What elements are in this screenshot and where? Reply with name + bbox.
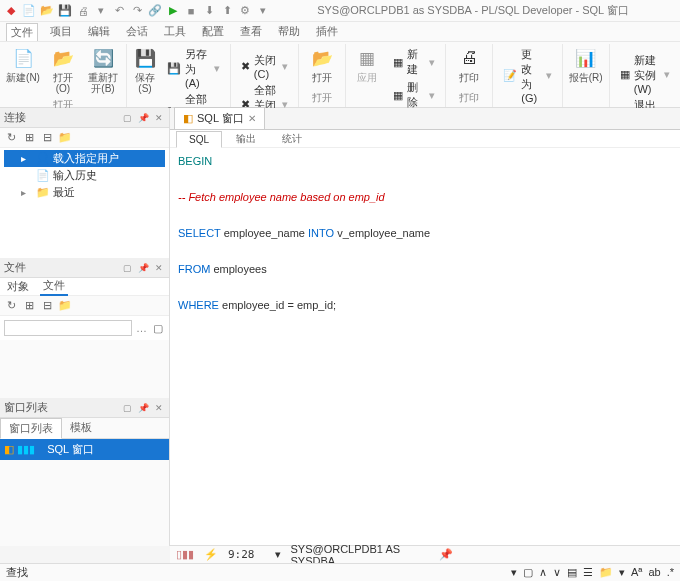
save-small-0[interactable]: 💾另存为(A) ▾ [165, 46, 222, 90]
redo-icon[interactable]: ↷ [130, 4, 144, 18]
app-icon: ◆ [4, 4, 18, 18]
group-open: 📄新建(N)📂打开(O)🔄重新打开(B) 打开 [0, 44, 127, 107]
status-bar: ▯▮▮ ⚡ 9:28 ▾ SYS@ORCLPDB1 AS SYSDBA 📌 [170, 545, 680, 563]
conn-indicator-icon: ▾ [275, 548, 281, 561]
refresh-icon[interactable]: ↻ [4, 299, 18, 313]
expand-icon[interactable] [21, 170, 33, 182]
tab-project[interactable]: 项目 [46, 23, 76, 40]
tab-windowlist[interactable]: 窗口列表 [0, 418, 62, 439]
left-column: 连接 ▢📌✕ ↻ ⊞ ⊟ 📁 ▸👤载入指定用户📄输入历史▸📁最近 文件 ▢📌✕ … [0, 108, 170, 546]
find-regex-icon[interactable]: .* [667, 566, 674, 579]
panel-pin-icon[interactable]: 📌 [137, 112, 149, 124]
node-icon: 👤 [36, 152, 50, 165]
find-case-icon[interactable]: Aª [631, 566, 642, 579]
panel-dropdown-icon[interactable]: ▢ [121, 402, 133, 414]
add-icon[interactable]: ⊞ [22, 299, 36, 313]
bars-icon: ▮▮▮ [17, 443, 35, 456]
window-list-panel: 窗口列表 ▢📌✕ 窗口列表 模板 ◧▮▮▮ SQL 窗口 [0, 398, 169, 546]
find-opt-icon[interactable]: ▢ [523, 566, 533, 579]
open-btn-0[interactable]: 📄新建(N) [4, 44, 42, 96]
tab-tools[interactable]: 工具 [160, 23, 190, 40]
panel-close-icon[interactable]: ✕ [153, 262, 165, 274]
close-item-0[interactable]: ✖关闭(C) ▾ [239, 52, 291, 81]
editor-tab-sql[interactable]: ◧ SQL 窗口 ✕ [174, 107, 265, 129]
tab-objects[interactable]: 对象 [4, 278, 32, 295]
remove-icon[interactable]: ⊟ [40, 131, 54, 145]
quick-access-toolbar: ◆ 📄 📂 💾 🖨 ▾ ↶ ↷ 🔗 ▶ ■ ⬇ ⬆ ⚙ ▾ [4, 4, 270, 18]
more-icon[interactable]: ▾ [256, 4, 270, 18]
commit-icon[interactable]: ⬇ [202, 4, 216, 18]
open2-button[interactable]: 📂打开 [303, 44, 341, 85]
qat-dropdown-icon[interactable]: ▾ [94, 4, 108, 18]
link-icon[interactable]: 🔗 [148, 4, 162, 18]
rollback-icon[interactable]: ⬆ [220, 4, 234, 18]
panel-dropdown-icon[interactable]: ▢ [121, 262, 133, 274]
remove-icon[interactable]: ⊟ [40, 299, 54, 313]
filter-input[interactable] [4, 320, 132, 336]
report-button[interactable]: 📊报告(R) [567, 44, 605, 85]
save-icon[interactable]: 💾 [58, 4, 72, 18]
window-list[interactable]: ◧▮▮▮ SQL 窗口 [0, 439, 169, 460]
open-btn-1[interactable]: 📂打开(O) [44, 44, 82, 96]
settings-icon[interactable]: ⚙ [238, 4, 252, 18]
panel-dropdown-icon[interactable]: ▢ [121, 112, 133, 124]
undo-icon[interactable]: ↶ [112, 4, 126, 18]
tab-file[interactable]: 文件 [6, 23, 38, 41]
new-icon[interactable]: 📄 [22, 4, 36, 18]
tree-node-2[interactable]: ▸📁最近 [4, 184, 165, 201]
open-icon[interactable]: 📂 [40, 4, 54, 18]
run-icon[interactable]: ▶ [166, 4, 180, 18]
tab-help[interactable]: 帮助 [274, 23, 304, 40]
subtab-sql[interactable]: SQL [176, 131, 222, 148]
folder-icon[interactable]: 📁 [58, 131, 72, 145]
connections-tree[interactable]: ▸👤载入指定用户📄输入历史▸📁最近 [0, 148, 169, 258]
open-btn-2[interactable]: 🔄重新打开(B) [84, 44, 122, 96]
panel-close-icon[interactable]: ✕ [153, 112, 165, 124]
app-item-0[interactable]: ▦新建实例(W) ▾ [618, 52, 672, 96]
find-opt2-icon[interactable]: ▾ [619, 566, 625, 579]
add-icon[interactable]: ⊞ [22, 131, 36, 145]
find-dropdown-icon[interactable]: ▾ [511, 566, 517, 579]
subtab-stats[interactable]: 统计 [270, 130, 314, 148]
doc-item-0[interactable]: 📝更改为(G) ▾ [501, 46, 553, 105]
tab-view[interactable]: 查看 [236, 23, 266, 40]
tab-edit[interactable]: 编辑 [84, 23, 114, 40]
pin-icon[interactable]: 📌 [439, 548, 453, 561]
apply-button[interactable]: ▦应用 [350, 44, 384, 146]
print-icon[interactable]: 🖨 [76, 4, 90, 18]
ws-item-0[interactable]: ▦新建 ▾ [390, 46, 437, 78]
sql-editor[interactable]: BEGIN -- Fetch employee name based on em… [170, 148, 680, 546]
tab-config[interactable]: 配置 [198, 23, 228, 40]
find-next-icon[interactable]: ∨ [553, 566, 561, 579]
tab-files[interactable]: 文件 [40, 277, 68, 296]
print-button[interactable]: 🖨打印 [450, 44, 488, 85]
tab-plugins[interactable]: 插件 [312, 23, 342, 40]
conn-toolbar: ↻ ⊞ ⊟ 📁 [0, 128, 169, 148]
close-tab-icon[interactable]: ✕ [248, 113, 256, 124]
status-icons: ▯▮▮ [176, 548, 194, 561]
stop-icon[interactable]: ■ [184, 4, 198, 18]
group-report: 📊报告(R) [563, 44, 610, 107]
ws-item-1[interactable]: ▦删除 ▾ [390, 79, 437, 111]
expand-icon[interactable]: ▸ [21, 187, 33, 199]
filter-ellipsis[interactable]: … [136, 322, 147, 334]
find-list-icon[interactable]: ☰ [583, 566, 593, 579]
browse-icon[interactable]: 📁 [58, 299, 72, 313]
main-area: 连接 ▢📌✕ ↻ ⊞ ⊟ 📁 ▸👤载入指定用户📄输入历史▸📁最近 文件 ▢📌✕ … [0, 108, 680, 546]
find-highlight-icon[interactable]: ▤ [567, 566, 577, 579]
filter-go-icon[interactable]: ▢ [151, 321, 165, 335]
tab-template[interactable]: 模板 [62, 418, 100, 438]
find-word-icon[interactable]: ab [648, 566, 660, 579]
subtab-output[interactable]: 输出 [224, 130, 268, 148]
tree-node-1[interactable]: 📄输入历史 [4, 167, 165, 184]
panel-close-icon[interactable]: ✕ [153, 402, 165, 414]
tree-node-0[interactable]: ▸👤载入指定用户 [4, 150, 165, 167]
refresh-icon[interactable]: ↻ [4, 131, 18, 145]
panel-pin-icon[interactable]: 📌 [137, 262, 149, 274]
tab-session[interactable]: 会话 [122, 23, 152, 40]
find-folder-icon[interactable]: 📁 [599, 566, 613, 579]
expand-icon[interactable]: ▸ [21, 153, 33, 165]
find-prev-icon[interactable]: ∧ [539, 566, 547, 579]
wlist-item-0[interactable]: ◧▮▮▮ SQL 窗口 [0, 439, 169, 460]
panel-pin-icon[interactable]: 📌 [137, 402, 149, 414]
